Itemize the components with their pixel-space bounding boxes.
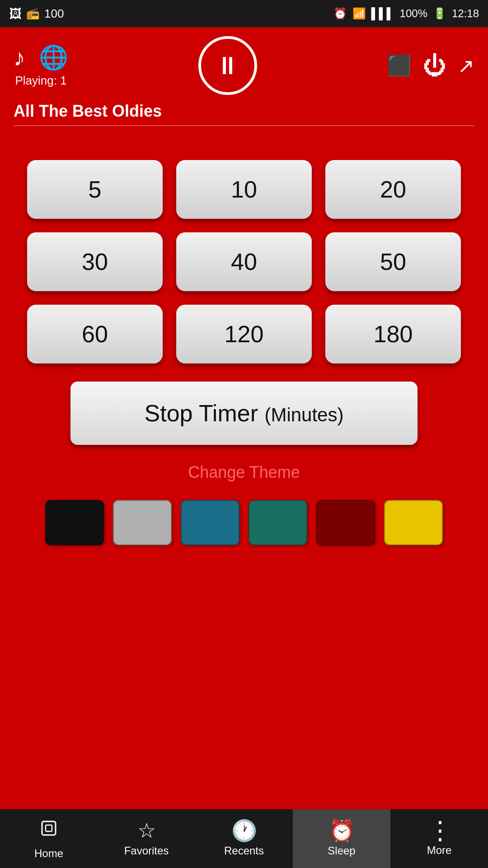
- status-left: 🖼 📻 100: [9, 6, 64, 21]
- wifi-icon: 📶: [352, 7, 366, 20]
- theme-swatch-yellow[interactable]: [384, 500, 443, 545]
- header-right: ⬛ ⏻ ↗: [387, 52, 474, 79]
- playing-text: Playing: 1: [15, 74, 66, 88]
- music-icon[interactable]: ♪: [14, 44, 25, 71]
- globe-icon[interactable]: 🌐: [39, 44, 68, 71]
- share-icon[interactable]: ↗: [458, 54, 474, 77]
- more-icon: ⋮: [427, 821, 451, 841]
- theme-swatches: [45, 500, 443, 545]
- nav-item-recents[interactable]: 🕐 Recents: [195, 809, 293, 868]
- station-title: All The Best Oldies: [14, 102, 474, 121]
- timer-btn-180[interactable]: 180: [325, 305, 461, 363]
- status-bar: 🖼 📻 100 ⏰ 📶 ▌▌▌ 100% 🔋 12:18: [0, 0, 488, 27]
- header-divider: [14, 125, 474, 126]
- svg-rect-0: [42, 821, 56, 835]
- theme-swatch-gray[interactable]: [113, 500, 172, 545]
- header-left-icons: ♪ 🌐: [14, 44, 68, 71]
- alarm-icon: ⏰: [333, 7, 347, 20]
- recents-icon: 🕐: [231, 820, 257, 841]
- stop-timer-button[interactable]: Stop Timer (Minutes): [70, 382, 418, 445]
- home-icon: [38, 818, 59, 844]
- theme-swatch-blue[interactable]: [181, 500, 239, 545]
- theme-swatch-teal[interactable]: [249, 500, 307, 545]
- theme-swatch-black[interactable]: [45, 500, 104, 545]
- clock: 12:18: [452, 7, 479, 20]
- nav-label-sleep: Sleep: [328, 844, 355, 857]
- timer-btn-50[interactable]: 50: [325, 232, 461, 291]
- nav-item-more[interactable]: ⋮ More: [390, 809, 488, 868]
- stop-icon[interactable]: ⬛: [387, 54, 412, 77]
- photo-icon: 🖼: [9, 6, 22, 21]
- sleep-icon: ⏰: [329, 820, 355, 841]
- bottom-nav: Home ☆ Favorites 🕐 Recents ⏰ Sleep ⋮ Mor…: [0, 809, 488, 868]
- timer-btn-20[interactable]: 20: [325, 160, 461, 219]
- favorites-icon: ☆: [137, 820, 156, 841]
- stop-timer-suffix: (Minutes): [264, 404, 343, 425]
- status-right: ⏰ 📶 ▌▌▌ 100% 🔋 12:18: [333, 7, 479, 20]
- nav-label-recents: Recents: [224, 844, 264, 857]
- pause-button[interactable]: ⏸: [198, 36, 257, 95]
- timer-grid: 5 10 20 30 40 50 60 120 180: [27, 160, 461, 363]
- signal-strength: 100: [44, 7, 64, 21]
- battery-percent: 100%: [400, 7, 427, 20]
- stop-timer-label: Stop Timer: [145, 400, 258, 426]
- battery-icon: 🔋: [433, 7, 446, 20]
- main-content: 5 10 20 30 40 50 60 120 180 Stop Timer (…: [0, 133, 488, 809]
- timer-btn-40[interactable]: 40: [176, 232, 312, 291]
- svg-rect-1: [46, 825, 52, 831]
- nav-item-home[interactable]: Home: [0, 809, 98, 868]
- timer-btn-30[interactable]: 30: [27, 232, 163, 291]
- nav-item-favorites[interactable]: ☆ Favorites: [98, 809, 195, 868]
- nav-label-favorites: Favorites: [124, 844, 169, 857]
- timer-btn-10[interactable]: 10: [176, 160, 312, 219]
- timer-btn-60[interactable]: 60: [27, 305, 163, 363]
- power-icon[interactable]: ⏻: [423, 52, 446, 79]
- radio-icon: 📻: [26, 7, 40, 20]
- timer-btn-120[interactable]: 120: [176, 305, 312, 363]
- timer-btn-5[interactable]: 5: [27, 160, 163, 219]
- signal-bars-icon: ▌▌▌: [371, 7, 394, 20]
- header-left: ♪ 🌐 Playing: 1: [14, 44, 68, 88]
- nav-item-sleep[interactable]: ⏰ Sleep: [293, 809, 390, 868]
- header-controls: ♪ 🌐 Playing: 1 ⏸ ⬛ ⏻ ↗: [14, 36, 474, 95]
- nav-label-more: More: [427, 844, 452, 857]
- header: ♪ 🌐 Playing: 1 ⏸ ⬛ ⏻ ↗ All The Best Oldi…: [0, 27, 488, 133]
- theme-swatch-red[interactable]: [316, 500, 375, 545]
- change-theme-label: Change Theme: [188, 463, 300, 482]
- pause-icon: ⏸: [215, 53, 240, 78]
- nav-label-home: Home: [34, 847, 63, 860]
